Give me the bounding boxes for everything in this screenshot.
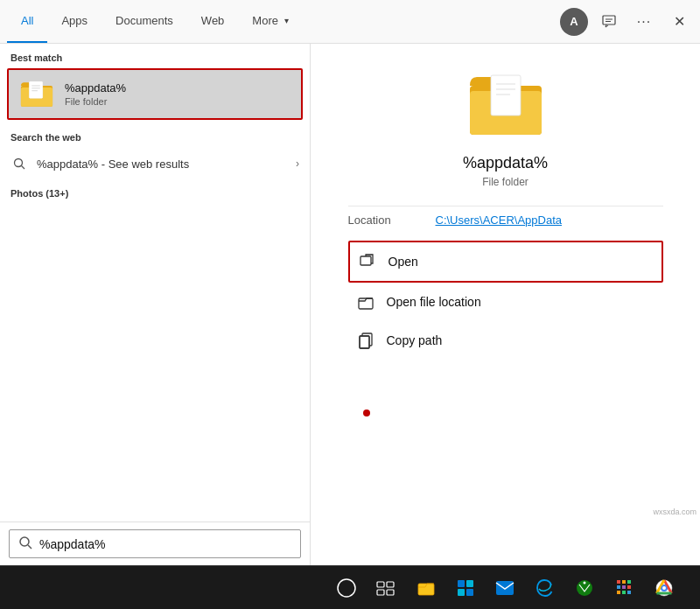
svg-rect-6 (29, 81, 42, 98)
search-web-label: Search the web (0, 120, 310, 148)
svg-point-12 (20, 537, 29, 546)
tab-apps[interactable]: Apps (47, 0, 102, 43)
svg-rect-33 (466, 580, 473, 587)
svg-rect-41 (627, 580, 631, 584)
folder-icon-small (19, 79, 54, 109)
taskbar-mosaic-button[interactable] (609, 572, 640, 604)
search-bar (9, 529, 301, 558)
svg-rect-23 (360, 336, 369, 348)
tab-documents[interactable]: Documents (102, 0, 187, 43)
open-file-location-action[interactable]: Open file location (348, 283, 663, 321)
svg-point-25 (338, 579, 355, 597)
svg-rect-36 (496, 581, 514, 595)
svg-line-13 (28, 545, 32, 549)
open-file-location-icon (355, 291, 376, 312)
taskbar-explorer-button[interactable] (410, 572, 442, 604)
taskbar-mail-button[interactable] (489, 572, 521, 604)
chevron-right-icon: › (296, 158, 299, 170)
svg-rect-0 (603, 16, 615, 24)
svg-point-38 (584, 581, 586, 584)
web-result-item[interactable]: %appdata% - See web results › (0, 148, 310, 179)
left-panel: Best match (0, 44, 311, 565)
photos-label: Photos (13+) (0, 179, 310, 204)
svg-rect-40 (622, 580, 626, 584)
actions-section: Open Open file location (348, 241, 663, 360)
best-match-item[interactable]: %appdata% File folder (7, 68, 303, 120)
web-result-text: %appdata% - See web results (37, 158, 296, 171)
svg-rect-45 (617, 591, 620, 594)
copy-path-label: Copy path (387, 333, 443, 347)
nav-tabs: All Apps Documents Web More ▾ A (0, 0, 700, 44)
svg-rect-42 (617, 585, 620, 589)
watermark: wxsxda.com (653, 508, 696, 516)
taskbar-xbox-button[interactable] (569, 572, 600, 604)
svg-rect-29 (387, 590, 394, 595)
search-window: All Apps Documents Web More ▾ A (0, 0, 700, 609)
detail-row: Location C:\Users\ACER\AppData (348, 206, 663, 234)
open-label: Open (388, 255, 418, 269)
taskbar-edge-button[interactable] (529, 572, 561, 604)
copy-path-icon (355, 330, 376, 351)
search-web-icon (10, 155, 28, 172)
open-icon (357, 251, 378, 272)
svg-rect-46 (622, 591, 626, 594)
close-button[interactable]: ✕ (665, 8, 693, 36)
right-panel: %appdata% File folder Location C:\Users\… (311, 44, 700, 565)
taskbar-right (318, 572, 693, 604)
svg-point-51 (662, 586, 666, 590)
tab-web[interactable]: Web (187, 0, 239, 43)
svg-rect-27 (387, 582, 394, 587)
best-match-label: Best match (0, 44, 310, 68)
svg-rect-28 (377, 590, 384, 595)
avatar[interactable]: A (560, 8, 588, 36)
svg-rect-26 (377, 582, 384, 587)
taskbar-store-button[interactable] (450, 572, 481, 604)
taskbar-search-button[interactable] (331, 572, 362, 604)
search-input[interactable] (39, 537, 291, 551)
svg-rect-34 (458, 589, 465, 596)
svg-rect-44 (627, 585, 631, 589)
feedback-icon (602, 15, 616, 29)
red-dot-indicator (363, 410, 370, 416)
location-value[interactable]: C:\Users\ACER\AppData (436, 214, 563, 227)
svg-rect-43 (622, 585, 626, 589)
svg-rect-20 (360, 256, 371, 265)
open-file-location-label: Open file location (387, 295, 481, 309)
nav-right-controls: A ··· ✕ (560, 8, 693, 36)
copy-path-action[interactable]: Copy path (348, 321, 663, 360)
taskbar-taskview-button[interactable] (370, 572, 402, 604)
main-content: Best match (0, 44, 700, 565)
svg-point-10 (15, 159, 23, 167)
tab-all[interactable]: All (7, 0, 47, 43)
right-subtitle: File folder (482, 176, 528, 188)
best-match-title: %appdata% (65, 81, 126, 94)
feedback-button[interactable] (595, 8, 623, 36)
more-options-button[interactable]: ··· (630, 8, 658, 36)
svg-rect-32 (458, 580, 465, 587)
open-action[interactable]: Open (348, 241, 663, 283)
svg-rect-16 (491, 75, 521, 116)
taskbar-chrome-button[interactable] (648, 572, 680, 604)
svg-rect-47 (627, 591, 631, 594)
svg-line-11 (22, 166, 25, 170)
tab-more[interactable]: More ▾ (238, 0, 303, 43)
location-label: Location (348, 214, 436, 227)
best-match-text: %appdata% File folder (65, 81, 126, 107)
svg-rect-39 (617, 580, 620, 584)
svg-rect-35 (466, 589, 473, 596)
search-bar-container (0, 522, 310, 565)
folder-icon-large (466, 70, 545, 140)
right-content: %appdata% File folder Location C:\Users\… (311, 44, 700, 565)
right-title: %appdata% (463, 154, 548, 172)
taskbar (0, 565, 700, 609)
search-bar-icon (18, 536, 32, 552)
best-match-subtitle: File folder (65, 96, 126, 107)
